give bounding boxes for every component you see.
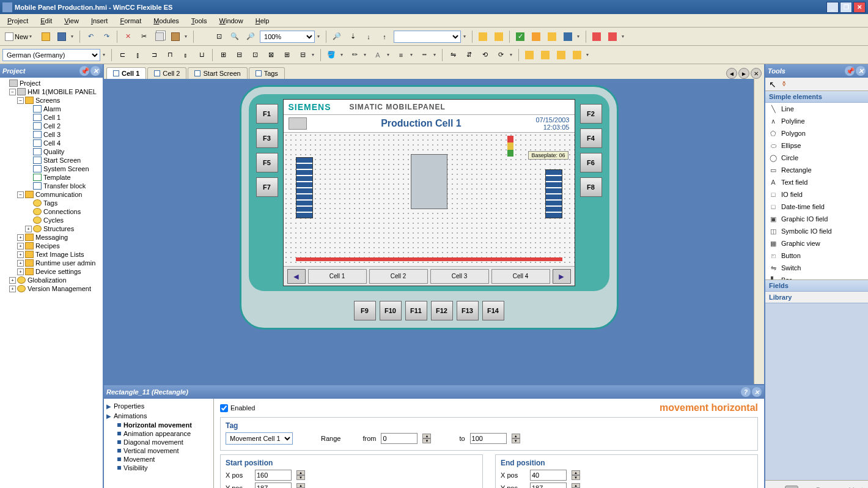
panel-close-button[interactable]: ✕: [90, 66, 100, 76]
zoom-in-button[interactable]: 🔎: [244, 30, 257, 43]
tool-button[interactable]: [590, 30, 603, 43]
prop-sub-diagonal-movement[interactable]: Diagonal movement: [106, 438, 211, 446]
tree-screens[interactable]: −Screens: [1, 96, 101, 105]
align-button[interactable]: ⫾: [179, 48, 193, 62]
panel-close-button[interactable]: ✕: [856, 66, 866, 76]
menu-insert[interactable]: Insert: [86, 16, 113, 26]
tab-prev-button[interactable]: ◄: [726, 68, 737, 79]
zoom-out-button[interactable]: 🔍: [228, 30, 241, 43]
zoom-fit-button[interactable]: ⊡: [212, 30, 226, 43]
distribute-button[interactable]: ⊡: [248, 48, 262, 62]
rotate-button[interactable]: ⟲: [478, 48, 491, 62]
menu-window[interactable]: Window: [215, 16, 248, 26]
tree-comm-structures[interactable]: +Structures: [1, 224, 101, 233]
delete-button[interactable]: ✕: [121, 30, 134, 43]
rotate-button[interactable]: ⟳: [494, 48, 507, 62]
menu-modules[interactable]: Modules: [149, 16, 184, 26]
tree-version-management[interactable]: +Version Management: [1, 284, 101, 293]
pointer-icon[interactable]: ↖: [769, 79, 776, 89]
chevron-down-icon[interactable]: ▾: [622, 34, 627, 39]
spinner[interactable]: ▲▼: [572, 483, 580, 488]
maximize-button[interactable]: ❐: [840, 2, 852, 13]
tree-screen-cell-4[interactable]: Cell 4: [1, 139, 101, 147]
tree-comm-cycles[interactable]: Cycles: [1, 216, 101, 224]
undo-button[interactable]: ↶: [84, 30, 97, 43]
tree-toggle[interactable]: −: [17, 97, 24, 104]
tree-toggle[interactable]: −: [17, 191, 24, 198]
save-button[interactable]: [55, 30, 68, 43]
nav-cell-button[interactable]: Cell 2: [369, 269, 428, 284]
nav-cell-button[interactable]: Cell 4: [491, 269, 550, 284]
chevron-down-icon[interactable]: ▾: [387, 52, 392, 57]
open-button[interactable]: [39, 30, 53, 43]
order-button[interactable]: [554, 48, 568, 62]
tool-graphic-view[interactable]: ▦Graphic view: [765, 237, 868, 250]
align-button[interactable]: ⊐: [147, 48, 161, 62]
end-y-input[interactable]: [530, 482, 567, 488]
chevron-down-icon[interactable]: ▾: [586, 52, 591, 57]
tree-runtime-user-admin[interactable]: +Runtime user admin: [1, 259, 101, 267]
tree-toggle[interactable]: +: [25, 226, 32, 232]
distribute-button[interactable]: ⊟: [296, 48, 309, 62]
tree-screen-alarm[interactable]: Alarm: [1, 105, 101, 113]
tool-switch[interactable]: ⇋Switch: [765, 262, 868, 274]
prop-sub-animation-appearance[interactable]: Animation appearance: [106, 429, 211, 438]
chevron-down-icon[interactable]: ▾: [577, 34, 582, 39]
line-color-button[interactable]: ✏: [348, 48, 361, 62]
tool-button[interactable]: ↓: [362, 30, 375, 43]
function-key-f8[interactable]: F8: [580, 177, 602, 197]
flip-button[interactable]: ⇵: [462, 48, 476, 62]
prop-sub-visibility[interactable]: Visibility: [106, 464, 211, 472]
tree-comm-tags[interactable]: Tags: [1, 199, 101, 207]
chevron-down-icon[interactable]: ▾: [364, 52, 369, 57]
tree-messaging[interactable]: +Messaging: [1, 233, 101, 242]
nav-prev-button[interactable]: ◄: [287, 269, 306, 284]
prop-sub-horizontal-movement[interactable]: Horizontal movement: [106, 421, 211, 429]
chevron-down-icon[interactable]: ▾: [433, 52, 438, 57]
distribute-button[interactable]: ⊠: [264, 48, 278, 62]
cut-button[interactable]: ✂: [137, 30, 150, 43]
tool-button[interactable]: [476, 30, 490, 43]
function-key-f1[interactable]: F1: [256, 104, 278, 124]
redo-button[interactable]: ↷: [100, 30, 113, 43]
tree-screen-template[interactable]: Template: [1, 173, 101, 182]
end-x-input[interactable]: [530, 470, 567, 481]
align-button[interactable]: ⫿: [131, 48, 145, 62]
flip-button[interactable]: ⇋: [446, 48, 460, 62]
function-key-f4[interactable]: F4: [580, 128, 602, 148]
tool-button[interactable]: [545, 30, 559, 43]
tool-circle[interactable]: ◯Circle: [765, 152, 868, 164]
help-button[interactable]: ?: [741, 387, 751, 397]
hmi-screen[interactable]: SIEMENS SIMATIC MOBILEPANEL Production C…: [283, 99, 575, 286]
chevron-down-icon[interactable]: ▾: [103, 52, 108, 57]
chevron-down-icon[interactable]: ▾: [317, 34, 322, 39]
prop-sub-movement[interactable]: Movement: [106, 455, 211, 464]
pin-button[interactable]: 📌: [79, 66, 89, 76]
prop-sub-vertical-movement[interactable]: Vertical movement: [106, 446, 211, 455]
vertical-scrollbar[interactable]: [754, 79, 764, 384]
paste-button[interactable]: [169, 30, 182, 43]
spinner[interactable]: ▲▼: [296, 483, 305, 488]
range-from-input[interactable]: [381, 433, 417, 444]
nav-next-button[interactable]: ►: [553, 269, 571, 284]
chevron-down-icon[interactable]: ▾: [510, 52, 515, 57]
function-key-f3[interactable]: F3: [256, 128, 278, 148]
tab-tags[interactable]: Tags: [249, 67, 285, 79]
tree-screen-transfer-block[interactable]: Transfer block: [1, 182, 101, 190]
tree-screen-quality[interactable]: Quality: [1, 147, 101, 156]
tree-toggle[interactable]: +: [17, 260, 24, 267]
tool-text-field[interactable]: AText field: [765, 176, 868, 188]
tree-screen-cell-2[interactable]: Cell 2: [1, 122, 101, 130]
tree-hmi[interactable]: −HMI 1(MOBILE PANEL: [1, 87, 101, 96]
menu-format[interactable]: Format: [115, 16, 146, 26]
tree-screen-cell-1[interactable]: Cell 1: [1, 113, 101, 122]
chevron-down-icon[interactable]: ▾: [312, 52, 317, 57]
chevron-down-icon[interactable]: ▾: [410, 52, 415, 57]
copy-button[interactable]: [153, 30, 166, 43]
menu-view[interactable]: View: [59, 16, 84, 26]
line-weight-button[interactable]: ≡: [394, 48, 408, 62]
order-button[interactable]: [523, 48, 536, 62]
trash-drop-zone[interactable]: Drop any object here to delete it.: [765, 480, 868, 488]
tool-button[interactable]: ⇣: [346, 30, 359, 43]
tree-comm-connections[interactable]: Connections: [1, 207, 101, 216]
